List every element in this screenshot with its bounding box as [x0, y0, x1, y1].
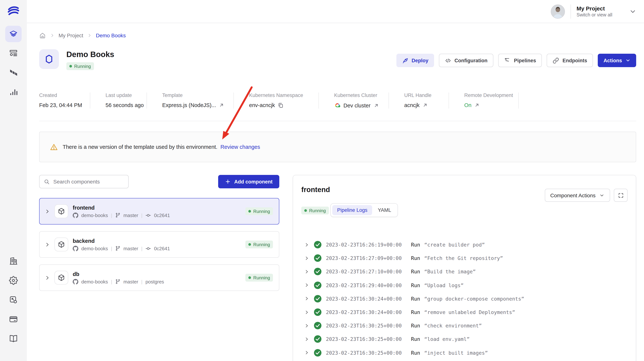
sidebar-item-catalog[interactable]	[5, 45, 22, 62]
endpoints-button[interactable]: Endpoints	[547, 54, 593, 67]
commit-icon	[146, 246, 151, 251]
review-changes-link[interactable]: Review changes	[220, 144, 260, 150]
search-input[interactable]	[53, 179, 124, 184]
actions-button[interactable]: Actions	[598, 54, 636, 67]
component-card[interactable]: frontend demo-books | master | 0c2641 Ru…	[39, 198, 279, 224]
repo-name: demo-books	[81, 279, 108, 284]
metadata-label: Kubernetes Namespace	[249, 92, 315, 98]
brand-logo-icon[interactable]	[6, 4, 20, 18]
sidebar-item-shared-resources[interactable]	[5, 292, 22, 308]
copy-icon[interactable]	[278, 102, 284, 108]
metadata-column: Kubernetes Namespace env-acncjk	[234, 92, 319, 108]
sidebar-item-docs[interactable]	[5, 330, 22, 347]
component-meta: demo-books | master | 0c2641	[73, 246, 241, 251]
chevron-right-icon[interactable]	[304, 310, 309, 314]
configuration-button[interactable]: Configuration	[439, 54, 493, 67]
metadata-value: Dev cluster	[334, 102, 385, 108]
component-actions-button[interactable]: Component Actions	[544, 189, 610, 202]
status-dot-icon	[248, 276, 251, 279]
chevron-down-icon[interactable]	[629, 8, 636, 15]
log-timestamp: 2023-02-23T16:30:24+00:00	[326, 296, 402, 302]
metadata-label: Last update	[106, 92, 143, 98]
home-icon[interactable]	[39, 32, 46, 39]
log-action: Run	[411, 322, 420, 328]
search-icon	[44, 178, 50, 185]
chevron-right-icon[interactable]	[304, 242, 309, 247]
metadata-divider	[39, 121, 636, 121]
pipeline-log-row: 2023-02-23T16:30:25+00:00 Run “inject bu…	[301, 346, 628, 359]
component-card[interactable]: backend demo-books | master | 0c2641 Run…	[39, 231, 279, 258]
sidebar-item-analytics[interactable]	[5, 84, 22, 100]
cube-icon	[54, 271, 68, 284]
chevron-right-icon[interactable]	[304, 283, 309, 288]
pipelines-button[interactable]: Pipelines	[498, 54, 542, 67]
expand-fullscreen-button[interactable]	[614, 189, 628, 202]
chevron-right-icon[interactable]	[304, 323, 309, 328]
sidebar-item-environments[interactable]	[5, 26, 22, 42]
pipeline-log-row: 2023-02-23T16:29:40+00:00 Run “Upload lo…	[301, 278, 628, 292]
success-check-icon	[314, 254, 322, 262]
cube-icon	[54, 238, 68, 251]
metadata-value-text: acncjk	[404, 102, 420, 108]
commit-ref: 0c2641	[154, 212, 170, 218]
success-check-icon	[314, 295, 322, 302]
page-title: Demo Books	[66, 50, 114, 59]
rocket-icon	[402, 57, 408, 64]
metadata-label: Remote Development	[464, 92, 514, 98]
log-step: “Build the image”	[424, 269, 476, 275]
component-name: frontend	[73, 204, 241, 210]
chevron-down-icon	[599, 192, 604, 198]
chevron-right-icon[interactable]	[304, 296, 309, 301]
status-label: Running	[74, 64, 91, 69]
log-step: “remove unlabeled Deployments”	[424, 309, 515, 315]
chevron-right-icon[interactable]	[304, 256, 309, 261]
sidebar-item-settings[interactable]	[5, 272, 22, 289]
status-label: Running	[254, 242, 270, 247]
component-card[interactable]: db demo-books | master | postgres Runnin…	[39, 264, 279, 291]
sidebar-item-billing[interactable]	[5, 311, 22, 328]
external-link-icon[interactable]	[374, 103, 379, 108]
log-timestamp: 2023-02-23T16:27:10+00:00	[326, 269, 402, 275]
add-component-button[interactable]: Add component	[218, 175, 279, 188]
log-step: “group docker-compose components”	[424, 296, 524, 302]
separator: |	[111, 246, 112, 251]
breadcrumb-current[interactable]: Demo Books	[96, 32, 126, 38]
github-icon	[73, 279, 78, 284]
log-action: Run	[411, 269, 420, 275]
chevron-right-icon[interactable]	[45, 209, 50, 214]
pipeline-log-row: 2023-02-23T16:30:25+00:00 Run “load env.…	[301, 332, 628, 346]
status-dot-icon	[304, 209, 307, 212]
banner-text: There is a new version of the template u…	[63, 144, 218, 150]
pipeline-log-row: 2023-02-23T16:27:09+00:00 Run “Fetch the…	[301, 251, 628, 265]
repo-name: demo-books	[81, 212, 108, 218]
external-link-icon[interactable]	[474, 102, 480, 108]
log-action: Run	[411, 336, 420, 342]
tab-yaml[interactable]: YAML	[373, 205, 396, 215]
detail-tabs: Pipeline Logs YAML	[330, 203, 398, 217]
deploy-button[interactable]: Deploy	[396, 54, 434, 67]
chevron-right-icon[interactable]	[304, 337, 309, 342]
user-avatar[interactable]	[551, 4, 565, 18]
chevron-right-icon[interactable]	[45, 275, 50, 280]
app-window: My Project Switch or view all My Project…	[0, 0, 644, 361]
sidebar-item-resources[interactable]	[5, 64, 22, 81]
external-link-icon[interactable]	[219, 102, 224, 108]
log-timestamp: 2023-02-23T16:30:25+00:00	[326, 336, 402, 342]
sidebar	[0, 0, 27, 361]
status-label: Running	[254, 275, 270, 280]
project-switcher[interactable]: My Project Switch or view all	[576, 5, 612, 18]
metadata-value-text: 56 seconds ago	[106, 102, 144, 108]
external-link-icon[interactable]	[422, 102, 428, 108]
chevron-right-icon[interactable]	[304, 269, 309, 274]
pipeline-log-row: 2023-02-23T16:27:10+00:00 Run “Build the…	[301, 265, 628, 278]
breadcrumb-project[interactable]: My Project	[58, 32, 83, 38]
sidebar-item-organization[interactable]	[5, 253, 22, 269]
metadata-column: Last update 56 seconds ago	[90, 92, 147, 108]
chevron-right-icon[interactable]	[45, 242, 50, 247]
log-action: Run	[411, 296, 420, 302]
tab-pipeline-logs[interactable]: Pipeline Logs	[332, 205, 372, 215]
pipeline-log-row: 2023-02-23T16:30:24+00:00 Run “remove un…	[301, 306, 628, 319]
chevron-right-icon[interactable]	[304, 350, 309, 355]
metadata-value-text: env-acncjk	[249, 102, 275, 108]
branch-icon	[115, 246, 120, 251]
